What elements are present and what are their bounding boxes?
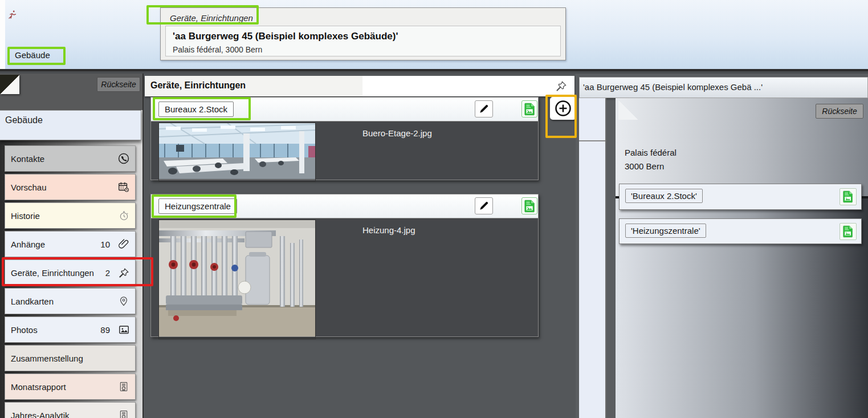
sidebar-item-geraete-einrichtungen[interactable]: Geräte, Einrichtungen 2 xyxy=(5,259,136,286)
sidebar-item-jahres-analytik[interactable]: Jahres-Analytik xyxy=(5,402,136,418)
sidebar: Rückseite Gebäude Kontakte Vorschau xyxy=(0,74,142,418)
devices-panel-title: Geräte, Einrichtungen xyxy=(150,80,246,91)
sidebar-item-photos[interactable]: Photos 89 xyxy=(5,316,136,343)
sidebar-item-label: Jahres-Analytik xyxy=(11,411,70,418)
pencil-icon xyxy=(478,200,490,212)
pushpin-icon[interactable] xyxy=(555,80,568,92)
sidebar-item-anhaenge[interactable]: Anhänge 10 xyxy=(5,231,136,257)
device-row-heizung[interactable]: 'Heizungszentrale' xyxy=(619,218,862,244)
device-card-body: Heizung-4.jpg xyxy=(151,218,538,336)
building-address: Palais fédéral, 3000 Bern xyxy=(166,42,560,54)
sidebar-item-label: Zusammenstellung xyxy=(11,354,83,363)
map-pin-icon xyxy=(117,294,131,308)
heating-photo[interactable] xyxy=(159,220,315,339)
image-file-button[interactable] xyxy=(840,223,857,240)
device-row-bureaux[interactable]: 'Bureaux 2.Stock' xyxy=(619,184,862,210)
image-file-button[interactable] xyxy=(521,197,537,214)
device-card-bureaux: Bureaux 2.Stock xyxy=(150,97,539,180)
sidebar-item-label: Historie xyxy=(11,211,40,221)
report-icon xyxy=(117,408,131,418)
sidebar-item-label: Anhänge xyxy=(11,240,45,249)
sidebar-item-landkarten[interactable]: Landkarten xyxy=(5,288,136,314)
sidebar-title: Gebäude xyxy=(0,110,141,140)
device-card-header: Bureaux 2.Stock xyxy=(151,98,538,121)
green-file-icon xyxy=(843,190,853,203)
add-device-button[interactable] xyxy=(550,97,576,120)
photo-filename: Buero-Etage-2.jpg xyxy=(362,128,432,138)
sidebar-item-label: Monatsrapport xyxy=(11,382,66,392)
sidebar-item-label: Kontakte xyxy=(11,154,44,164)
sidebar-item-kontakte[interactable]: Kontakte xyxy=(5,145,136,172)
building-address-block: Palais fédéral 3000 Bern xyxy=(625,146,677,173)
calendar-icon xyxy=(117,180,131,194)
office-photo[interactable] xyxy=(159,123,315,181)
devices-panel-header: Geräte, Einrichtungen xyxy=(145,76,574,96)
device-card-title[interactable]: Bureaux 2.Stock xyxy=(158,102,234,117)
image-file-button[interactable] xyxy=(840,188,857,205)
sidebar-item-count: 2 xyxy=(105,268,117,278)
gutter-divider xyxy=(579,140,605,141)
device-card-body: Buero-Etage-2.jpg xyxy=(151,121,538,180)
device-card-heizung: Heizungszentrale xyxy=(150,194,539,337)
report-icon xyxy=(117,380,131,393)
app-label: Gebäude xyxy=(15,50,50,60)
sidebar-item-count: 89 xyxy=(100,325,117,335)
history-icon xyxy=(117,209,131,222)
device-row-label: 'Heizungszentrale' xyxy=(625,224,706,238)
building-header-panel: Geräte, Einrichtungen 'aa Burgerweg 45 (… xyxy=(160,7,566,60)
sidebar-item-label: Photos xyxy=(11,325,38,335)
banner-left-strip xyxy=(0,0,5,69)
sidebar-item-historie[interactable]: Historie xyxy=(5,202,136,229)
green-file-icon xyxy=(843,225,853,238)
detail-gutter-column xyxy=(579,98,606,418)
edit-button[interactable] xyxy=(475,197,493,214)
building-title: 'aa Burgerweg 45 (Beispiel komplexes Geb… xyxy=(166,26,560,42)
back-button[interactable]: Rückseite xyxy=(97,77,140,92)
building-detail-header: 'aa Burgerweg 45 (Beispiel komplexes Geb… xyxy=(579,77,868,98)
active-tab-label: Geräte, Einrichtungen xyxy=(170,13,253,23)
image-icon xyxy=(117,323,131,336)
blank-icon xyxy=(117,351,131,365)
address-line-1: Palais fédéral xyxy=(625,146,677,160)
page-fold-icon[interactable] xyxy=(618,100,638,120)
edit-button[interactable] xyxy=(475,100,493,117)
top-banner: Gebäude Geräte, Einrichtungen 'aa Burger… xyxy=(0,0,868,71)
green-file-icon xyxy=(524,200,535,213)
sidebar-item-label: Vorschau xyxy=(11,182,47,192)
sidebar-item-list: Kontakte Vorschau xyxy=(5,145,136,418)
green-file-icon xyxy=(524,103,535,116)
device-row-label: 'Bureaux 2.Stock' xyxy=(625,189,703,203)
address-line-2: 3000 Bern xyxy=(625,160,677,173)
sidebar-item-count: 10 xyxy=(100,240,117,249)
sidebar-item-label: Landkarten xyxy=(11,297,54,306)
building-summary-box: 'aa Burgerweg 45 (Beispiel komplexes Geb… xyxy=(165,26,561,56)
back-button[interactable]: Rückseite xyxy=(816,104,863,119)
photo-filename: Heizung-4.jpg xyxy=(362,225,415,235)
paperclip-icon xyxy=(117,237,131,251)
building-detail-card: Rückseite Palais fédéral 3000 Bern 'Bure… xyxy=(616,98,868,418)
device-card-header: Heizungszentrale xyxy=(151,194,538,218)
sidebar-item-vorschau[interactable]: Vorschau xyxy=(5,174,136,200)
phone-icon xyxy=(117,152,131,165)
running-person-icon xyxy=(7,9,18,21)
sidebar-item-zusammenstellung[interactable]: Zusammenstellung xyxy=(5,345,136,371)
sidebar-item-label: Geräte, Einrichtungen xyxy=(11,268,94,278)
page-fold-icon[interactable] xyxy=(0,75,19,94)
devices-panel: Geräte, Einrichtungen Bureaux 2.Stock xyxy=(142,74,576,418)
app-window: Gebäude Geräte, Einrichtungen 'aa Burger… xyxy=(0,0,868,418)
pencil-icon xyxy=(478,103,490,115)
pushpin-icon xyxy=(117,266,131,279)
plus-circle-icon xyxy=(554,99,572,117)
device-card-title[interactable]: Heizungszentrale xyxy=(158,198,237,214)
sidebar-item-monatsrapport[interactable]: Monatsrapport xyxy=(5,374,136,400)
building-detail-panel: 'aa Burgerweg 45 (Beispiel komplexes Geb… xyxy=(576,74,868,418)
image-file-button[interactable] xyxy=(521,100,537,117)
